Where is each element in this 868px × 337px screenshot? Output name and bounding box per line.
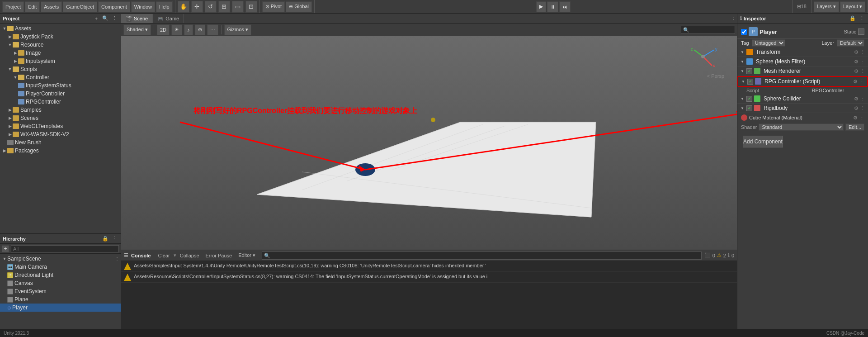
console-row-2[interactable]: Assets\Resource\Scripts\Controller\Input… <box>121 272 737 283</box>
viewport[interactable]: 将刚刚写好的RPGController挂载到我们要进行移动控制的游戏对象上 y … <box>121 36 737 250</box>
inspector-more-icon[interactable]: ⋮ <box>858 15 865 22</box>
hand-tool-btn[interactable]: ✋ <box>178 1 189 13</box>
add-component-btn[interactable]: Add Component <box>743 136 783 147</box>
rpg-more-icon[interactable]: ⋮ <box>859 79 864 85</box>
transform-settings-icon[interactable]: ⚙ <box>854 49 859 55</box>
tree-item-controller[interactable]: ▼ Controller <box>0 73 121 81</box>
hierarchy-lock-icon[interactable]: 🔒 <box>102 235 109 242</box>
hierarchy-more-icon[interactable]: ⋮ <box>111 235 118 242</box>
tree-item-image[interactable]: ▶ Image <box>0 49 121 57</box>
layout-btn[interactable]: Layout ▾ <box>840 1 865 12</box>
hier-item-canvas[interactable]: Canvas <box>0 279 121 287</box>
tree-item-packages[interactable]: ▶ Packages <box>0 147 121 155</box>
scene-more-icon[interactable]: ⋮ <box>730 16 737 23</box>
hierarchy-search-input[interactable] <box>11 245 119 252</box>
search-icon[interactable]: 🔍 <box>102 15 109 22</box>
rpg-check[interactable]: ✓ <box>747 79 753 85</box>
error-pause-btn[interactable]: Error Pause <box>203 252 235 260</box>
more-icon[interactable]: ⋮ <box>111 15 118 22</box>
tab-game[interactable]: 🎮 Game <box>153 14 184 23</box>
component-header-transform[interactable]: ▼ Transform ⚙ ⋮ <box>737 47 868 57</box>
clear-btn[interactable]: Clear <box>155 252 172 260</box>
tree-item-wx-wasm[interactable]: ▶ WX-WASM-SDK-V2 <box>0 130 121 138</box>
editor-btn[interactable]: Editor ▾ <box>236 252 258 260</box>
hier-item-samplescene[interactable]: ▼ SampleScene ⋮ <box>0 255 121 263</box>
tree-item-inputsystem[interactable]: ▶ Inputsystem <box>0 57 121 65</box>
tree-item-new-brush[interactable]: New Brush <box>0 138 121 147</box>
tab-scene[interactable]: 🎬 Scene <box>121 14 153 23</box>
material-more-icon[interactable]: ⋮ <box>859 115 864 121</box>
rigidbody-settings-icon[interactable]: ⚙ <box>854 105 859 111</box>
component-header-rigidbody[interactable]: ▼ ✓ Rigidbody ⚙ ⋮ <box>737 104 868 113</box>
tag-select[interactable]: Untagged <box>752 39 785 47</box>
audio-btn[interactable]: ♪ <box>184 24 193 35</box>
tree-item-joystick-pack[interactable]: ▶ Joystick Pack <box>0 33 121 41</box>
component-header-rpg-controller[interactable]: ▼ ✓ RPG Controller (Script) ⚙ ⋮ <box>737 76 868 87</box>
console-search-input[interactable] <box>262 252 702 260</box>
collapse-btn[interactable]: Collapse <box>177 252 202 260</box>
material-settings-icon[interactable]: ⚙ <box>853 115 858 121</box>
tree-item-inputsystemstatus[interactable]: InputSystemStatus <box>0 81 121 90</box>
hier-item-directional-light[interactable]: ☀ Directional Light <box>0 271 121 279</box>
sphere-collider-check[interactable]: ✓ <box>746 96 752 102</box>
window-menu-btn[interactable]: Window <box>131 1 155 12</box>
step-btn[interactable]: ⏭ <box>559 1 571 12</box>
samplescene-more-icon[interactable]: ⋮ <box>113 255 121 262</box>
tree-item-assets[interactable]: ▼ Assets <box>0 24 121 33</box>
inspector-lock-icon[interactable]: 🔒 <box>849 15 856 22</box>
tree-item-rpgcontroller[interactable]: RPGController <box>0 98 121 106</box>
rigidbody-check[interactable]: ✓ <box>746 105 752 111</box>
light-scene-btn[interactable]: ☀ <box>171 24 182 35</box>
gizmos-btn[interactable]: Gizmos ▾ <box>224 24 251 35</box>
hier-item-eventsystem[interactable]: EventSystem <box>0 287 121 295</box>
shader-edit-btn[interactable]: Edit... <box>845 123 864 131</box>
sphere-collider-settings-icon[interactable]: ⚙ <box>854 96 859 102</box>
project-menu-btn[interactable]: Project <box>2 1 24 12</box>
hier-item-player[interactable]: ⊙ Player <box>0 304 121 312</box>
console-row-1[interactable]: Assets\Samples\Input System\1.4.4\Unity … <box>121 261 737 272</box>
hier-item-main-camera[interactable]: 📷 Main Camera <box>0 263 121 271</box>
mesh-renderer-settings-icon[interactable]: ⚙ <box>854 68 859 74</box>
hier-item-plane[interactable]: Plane <box>0 295 121 304</box>
rpg-settings-icon[interactable]: ⚙ <box>853 79 858 85</box>
hierarchy-add-btn[interactable]: + <box>2 245 9 252</box>
tree-item-scenes[interactable]: ▶ Scenes <box>0 114 121 122</box>
mesh-filter-settings-icon[interactable]: ⚙ <box>854 59 859 65</box>
shaded-btn[interactable]: Shaded ▾ <box>123 24 151 35</box>
mesh-renderer-check[interactable]: ✓ <box>746 68 752 74</box>
static-checkbox[interactable] <box>858 28 864 35</box>
rect-tool-btn[interactable]: ▭ <box>232 1 244 13</box>
component-header-mesh-renderer[interactable]: ▼ ✓ Mesh Renderer ⚙ ⋮ <box>737 66 868 76</box>
global-btn[interactable]: ⊕ Global <box>286 1 312 12</box>
assets-menu-btn[interactable]: Assets <box>41 1 62 12</box>
rigidbody-more-icon[interactable]: ⋮ <box>860 105 865 111</box>
component-header-mesh-filter[interactable]: ▼ Sphere (Mesh Filter) ⚙ ⋮ <box>737 57 868 66</box>
pause-btn[interactable]: ⏸ <box>547 1 558 12</box>
gameobject-menu-btn[interactable]: GameObject <box>63 1 97 12</box>
tree-item-resource[interactable]: ▼ Resource <box>0 41 121 49</box>
sphere-collider-more-icon[interactable]: ⋮ <box>860 96 865 102</box>
transform-more-icon[interactable]: ⋮ <box>860 49 865 55</box>
tree-item-webgltemplates[interactable]: ▶ WebGLTemplates <box>0 122 121 130</box>
play-btn[interactable]: ▶ <box>536 1 546 12</box>
tree-item-samples[interactable]: ▶ Samples <box>0 106 121 114</box>
help-menu-btn[interactable]: Help <box>156 1 173 12</box>
pivot-btn[interactable]: ⊙ Pivot <box>262 1 285 12</box>
layer-select[interactable]: Default <box>837 39 864 47</box>
fx-btn[interactable]: ⊛ <box>195 24 205 35</box>
player-active-checkbox[interactable] <box>741 29 747 35</box>
add-icon[interactable]: + <box>93 15 100 22</box>
tree-item-scripts[interactable]: ▼ Scripts <box>0 65 121 73</box>
component-menu-btn[interactable]: Component <box>98 1 130 12</box>
component-header-sphere-collider[interactable]: ▼ ✓ Sphere Collider ⚙ ⋮ <box>737 94 868 104</box>
scene-search-input[interactable] <box>681 26 735 34</box>
mesh-renderer-more-icon[interactable]: ⋮ <box>860 68 865 74</box>
scene-more-toolbar-btn[interactable]: ⋯ <box>207 24 218 35</box>
layers-btn[interactable]: Layers ▾ <box>814 1 839 12</box>
2d-btn[interactable]: 2D <box>157 24 170 35</box>
mesh-filter-more-icon[interactable]: ⋮ <box>860 59 865 65</box>
shader-select[interactable]: Standard <box>759 123 843 131</box>
rotate-tool-btn[interactable]: ↺ <box>205 1 217 13</box>
move-tool-btn[interactable]: ✛ <box>191 1 203 13</box>
edit-menu-btn[interactable]: Edit <box>25 1 40 12</box>
